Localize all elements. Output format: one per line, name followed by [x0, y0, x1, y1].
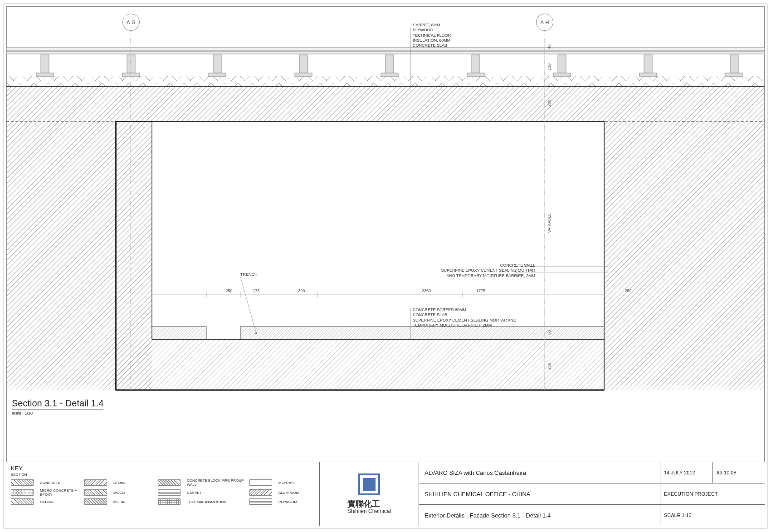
drawing-title: Exterior Details - Facade Section 3.1 - …: [419, 505, 660, 526]
dim-variable: VARIABLE: [547, 213, 551, 233]
grid-bubble-left: A-G: [122, 14, 140, 31]
annotation-floor-buildup: CARPET, 8MM PLYWOOD TECHNICAL FLOOR INSU…: [413, 23, 451, 48]
sheet-meta: 14 JULY 2012 A3.10.08 EXECUTION PROJECT …: [660, 462, 765, 526]
svg-rect-5: [36, 73, 54, 77]
dim-2250: 2250: [413, 288, 440, 293]
svg-rect-2: [6, 48, 765, 50]
dim-46: 46: [547, 44, 551, 49]
dim-120: 120: [547, 63, 551, 70]
svg-rect-4: [41, 55, 49, 73]
dim-50: 50: [547, 330, 551, 335]
dim-200: 200: [547, 100, 551, 107]
svg-rect-10: [116, 122, 152, 390]
dim-1775: 1775: [467, 288, 494, 293]
dim-175: 175: [247, 288, 265, 293]
project-info: ÁLVARO SIZA with Carlos Castanheira SHIH…: [419, 462, 660, 526]
svg-rect-12: [152, 122, 604, 339]
logo: 實聯化工 Shihlien Chemical: [320, 462, 419, 526]
section-title: Section 3.1 - Detail 1.4 scale : 1/10: [12, 398, 103, 415]
logo-icon: [358, 473, 380, 495]
svg-rect-15: [152, 339, 604, 340]
architect: ÁLVARO SIZA with Carlos Castanheira: [419, 462, 660, 483]
grid-bubble-right: A-H: [536, 14, 553, 31]
dim-300: 300: [290, 288, 313, 293]
annotation-wall: CONCRETE WALL SUPERFINE EPOXY CEMENT SEA…: [417, 263, 535, 278]
drawing-canvas: [0, 0, 771, 463]
svg-point-23: [255, 332, 257, 334]
sheet-number: A3.10.08: [713, 462, 765, 483]
date: 14 JULY 2012: [660, 462, 713, 483]
title-block: KEY SECTION CONCRETE STONE CONCRETE BLOC…: [6, 462, 765, 526]
scale: SCALE 1:10: [660, 505, 765, 526]
project-name: SHIHLIEN CHEMICAL OFFICE - CHINA: [419, 483, 660, 505]
annotation-trench: TRENCH: [240, 272, 258, 277]
svg-rect-13: [152, 327, 206, 339]
dim-250-right: 250: [617, 288, 639, 293]
annotation-screed: CONCRETE SCREED 60MM CONCRETE SLAB SUPER…: [413, 307, 516, 328]
svg-rect-3: [6, 51, 765, 54]
phase: EXECUTION PROJECT: [660, 483, 765, 504]
svg-rect-6: [6, 76, 765, 86]
legend-key: KEY SECTION CONCRETE STONE CONCRETE BLOC…: [6, 462, 320, 526]
dim-250-left: 250: [218, 288, 240, 293]
dim-250-bottom: 250: [547, 363, 551, 370]
